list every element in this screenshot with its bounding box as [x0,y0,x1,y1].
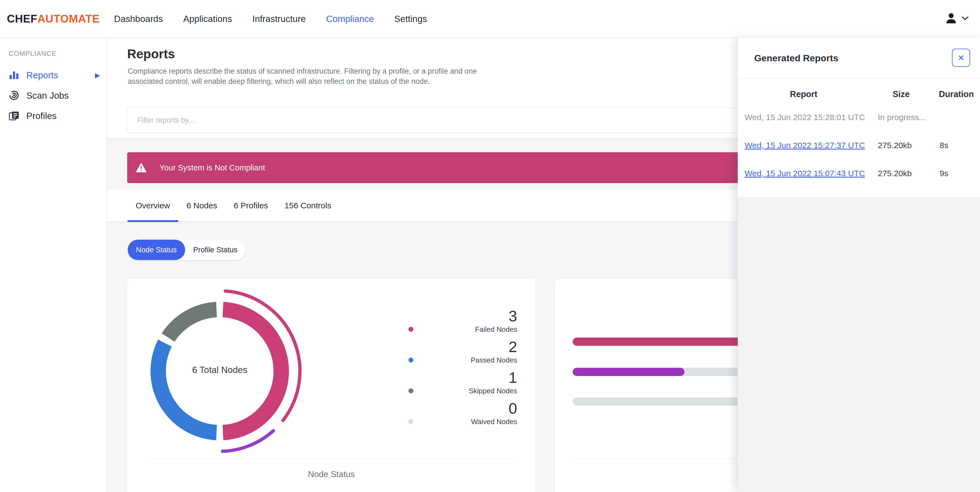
top-navigation: CHEFAUTOMATE Dashboards Applications Inf… [0,0,980,38]
legend-item-waived[interactable]: 0 Waived Nodes [398,401,517,426]
nav-dashboards[interactable]: Dashboards [114,14,163,24]
nav-infrastructure[interactable]: Infrastructure [252,14,306,24]
sidebar-item-label: Reports [26,70,58,80]
generated-reports-panel: Generated Reports ✕ Report Size Duration… [738,38,980,492]
legend-label: Failed Nodes [398,325,517,334]
logo-chef: CHEF [7,13,37,25]
node-status-pill[interactable]: Node Status [128,240,185,260]
warning-icon [135,163,147,173]
waived-count: 0 [398,401,517,417]
tab-label: 156 Controls [285,201,331,210]
donut-legend: 3 Failed Nodes 2 Passed Nodes 1 Skipped … [398,308,517,426]
status-toggle: Node Status Profile Status [128,240,245,260]
page-title: Reports [127,46,175,61]
legend-label: Waived Nodes [398,417,517,426]
table-header-row: Report Size Duration [738,85,980,103]
primary-nav: Dashboards Applications Infrastructure C… [114,0,427,38]
skipped-count: 1 [398,370,517,386]
report-date: Wed, 15 Jun 2022 15:28:01 UTC [738,113,870,122]
sidebar-item-scan-jobs[interactable]: Scan Jobs [0,85,107,106]
close-panel-button[interactable]: ✕ [952,49,970,67]
tab-label: 6 Profiles [234,201,268,210]
report-download-link[interactable]: Wed, 15 Jun 2022 15:27:37 UTC [745,141,865,150]
failed-dot-icon [409,327,414,332]
waived-dot-icon [409,419,414,424]
tab-label: Overview [136,201,170,210]
profile-status-pill[interactable]: Profile Status [185,240,246,260]
panel-header: Generated Reports ✕ [738,38,980,78]
nav-applications[interactable]: Applications [183,14,232,24]
nav-settings[interactable]: Settings [395,14,427,24]
sidebar-item-label: Profiles [26,111,57,121]
node-status-caption: Node Status [127,470,536,479]
passed-dot-icon [409,358,414,363]
tab-controls[interactable]: 156 Controls [276,190,339,222]
donut-center-label: 6 Total Nodes [137,365,302,375]
nav-compliance[interactable]: Compliance [326,14,374,24]
sidebar-item-reports[interactable]: Reports ▶ [0,65,107,85]
scanner-target-icon [8,90,20,101]
legend-label: Passed Nodes [398,356,517,364]
report-duration: 8s [933,141,980,150]
tab-profiles[interactable]: 6 Profiles [226,190,276,222]
panel-title: Generated Reports [754,38,838,78]
user-menu[interactable] [945,0,969,38]
table-row: Wed, 15 Jun 2022 15:07:43 UTC 275.20kb 9… [738,160,980,187]
tab-label: 6 Nodes [186,201,217,210]
report-download-link[interactable]: Wed, 15 Jun 2022 15:07:43 UTC [745,169,865,178]
generated-reports-table: Report Size Duration Wed, 15 Jun 2022 15… [738,78,980,197]
user-icon [945,12,958,26]
sidebar-item-profiles[interactable]: Profiles [0,106,107,126]
sidebar-item-label: Scan Jobs [26,90,68,101]
report-size: 275.20kb [870,141,933,150]
tab-nodes[interactable]: 6 Nodes [178,190,226,222]
node-status-card: 6 Total Nodes 3 Failed Nodes 2 Passed No… [127,279,536,492]
sidebar: COMPLIANCE Reports ▶ Scan Jobs [0,38,107,492]
logo-automate: AUTOMATE [37,13,100,25]
failed-count: 3 [398,308,517,324]
report-duration: 9s [933,169,980,178]
skipped-dot-icon [409,388,414,393]
passed-count: 2 [398,339,517,355]
column-duration: Duration [933,89,980,99]
column-size: Size [870,89,933,99]
legend-item-skipped[interactable]: 1 Skipped Nodes [398,370,517,395]
legend-item-failed[interactable]: 3 Failed Nodes [398,308,517,334]
bar-chart-icon [8,70,20,80]
chevron-right-icon: ▶ [95,72,100,79]
card-divider [148,458,515,459]
chevron-down-icon [962,16,969,21]
chef-automate-logo[interactable]: CHEFAUTOMATE [7,0,100,38]
table-row: Wed, 15 Jun 2022 15:27:37 UTC 275.20kb 8… [738,131,980,160]
page-description: Compliance reports describe the status o… [128,66,485,86]
legend-item-passed[interactable]: 2 Passed Nodes [398,339,517,364]
table-row: Wed, 15 Jun 2022 15:28:01 UTC In progres… [738,103,980,131]
sidebar-section-label: COMPLIANCE [0,38,107,58]
column-report: Report [738,89,870,99]
profiles-documents-icon [8,110,20,121]
tab-overview[interactable]: Overview [127,190,178,222]
legend-label: Skipped Nodes [398,387,517,395]
report-size: 275.20kb [870,169,933,178]
report-size: In progress... [870,113,933,122]
banner-text: Your System is Not Compliant [159,163,265,173]
